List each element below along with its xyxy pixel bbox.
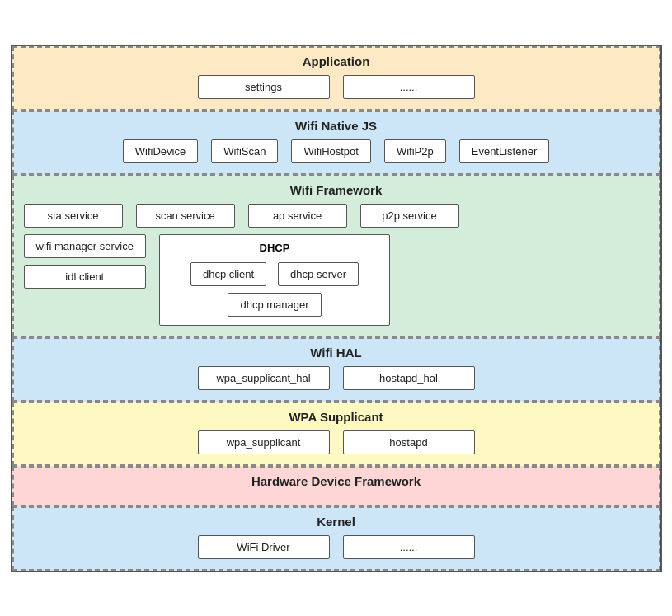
hal-items: wpa_supplicant_hal hostapd_hal — [24, 366, 649, 390]
kernel-layer-title: Kernel — [24, 515, 649, 529]
dhcp-title: DHCP — [260, 242, 290, 254]
dhcp-container: DHCP dhcp client dhcp server dhcp manage… — [159, 234, 390, 326]
wifi-manager-service-box: wifi manager service — [24, 234, 147, 258]
idl-client-box: idl client — [24, 265, 147, 289]
framework-layer: Wifi Framework sta service scan service … — [12, 175, 660, 337]
wifi-hostpot-box: WifiHostpot — [291, 139, 370, 163]
dhcp-client-box: dhcp client — [190, 262, 266, 286]
native-js-layer-title: Wifi Native JS — [24, 119, 649, 133]
hardware-layer-title: Hardware Device Framework — [24, 474, 649, 488]
kernel-layer: Kernel WiFi Driver ...... — [12, 506, 660, 571]
ellipsis-box-app: ...... — [343, 75, 475, 99]
framework-row2: wifi manager service idl client DHCP dhc… — [24, 234, 649, 326]
wpa-layer-title: WPA Supplicant — [24, 410, 649, 424]
hostapd-box: hostapd — [343, 430, 475, 454]
event-listener-box: EventListener — [459, 139, 550, 163]
scan-service-box: scan service — [136, 204, 235, 228]
wifi-device-box: WifiDevice — [123, 139, 198, 163]
dhcp-row2: dhcp manager — [228, 293, 321, 317]
application-layer: Application settings ...... — [12, 46, 660, 111]
architecture-diagram: Application settings ...... Wifi Native … — [11, 45, 662, 572]
wifi-p2p-box: WifiP2p — [384, 139, 446, 163]
framework-row1: sta service scan service ap service p2p … — [24, 204, 649, 228]
settings-box: settings — [198, 75, 330, 99]
hal-layer-title: Wifi HAL — [24, 346, 649, 360]
dhcp-manager-box: dhcp manager — [228, 293, 321, 317]
framework-layer-title: Wifi Framework — [24, 183, 649, 197]
hal-layer: Wifi HAL wpa_supplicant_hal hostapd_hal — [12, 337, 660, 402]
wifi-scan-box: WifiScan — [211, 139, 278, 163]
p2p-service-box: p2p service — [360, 204, 459, 228]
sta-service-box: sta service — [24, 204, 123, 228]
framework-grid: sta service scan service ap service p2p … — [24, 204, 649, 326]
kernel-items: WiFi Driver ...... — [24, 535, 649, 559]
ap-service-box: ap service — [248, 204, 347, 228]
wpa-supplicant-hal-box: wpa_supplicant_hal — [198, 366, 330, 390]
native-js-items: WifiDevice WifiScan WifiHostpot WifiP2p … — [24, 139, 649, 163]
hardware-layer: Hardware Device Framework — [12, 466, 660, 506]
wpa-layer: WPA Supplicant wpa_supplicant hostapd — [12, 402, 660, 466]
application-layer-title: Application — [24, 54, 649, 68]
hostapd-hal-box: hostapd_hal — [343, 366, 475, 390]
dhcp-row1: dhcp client dhcp server — [190, 262, 359, 286]
ellipsis-box-kernel: ...... — [343, 535, 475, 559]
native-js-layer: Wifi Native JS WifiDevice WifiScan WifiH… — [12, 111, 660, 175]
wpa-supplicant-box: wpa_supplicant — [198, 430, 330, 454]
wifi-driver-box: WiFi Driver — [198, 535, 330, 559]
application-items: settings ...... — [24, 75, 649, 99]
dhcp-server-box: dhcp server — [278, 262, 359, 286]
wpa-items: wpa_supplicant hostapd — [24, 430, 649, 454]
